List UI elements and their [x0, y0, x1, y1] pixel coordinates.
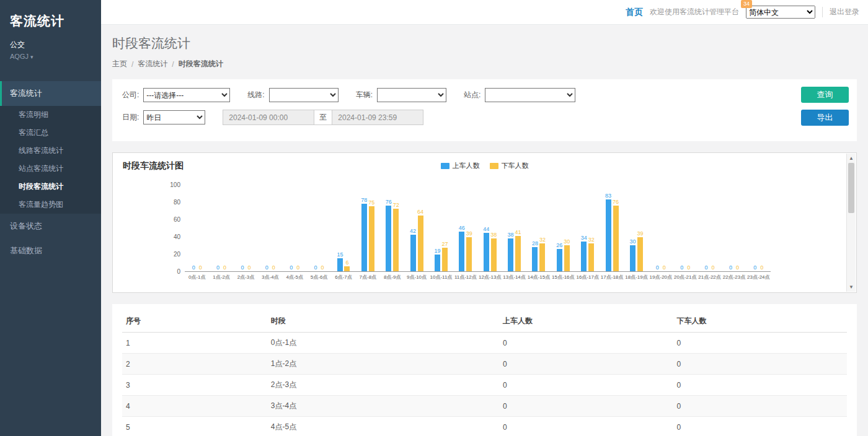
bar-value-label: 0: [314, 264, 317, 271]
bar-value-label: 41: [515, 229, 521, 235]
date-to-input[interactable]: [332, 110, 423, 125]
x-tick-label: 1点-2点: [213, 272, 230, 282]
user-menu[interactable]: AQGJ ▾: [10, 53, 91, 60]
bar-value-label: 76: [613, 199, 619, 205]
bar-value-label: 75: [368, 199, 374, 206]
bar-group: 0019点-20点: [649, 185, 673, 282]
bar-value-label: 46: [459, 225, 465, 231]
table-cell: 4点-5点: [267, 417, 499, 436]
bar-value-label: 0: [753, 264, 756, 271]
scroll-up-icon[interactable]: ▲: [847, 154, 856, 163]
chart-legend: 上车人数下车人数: [113, 161, 856, 170]
sidebar-item[interactable]: 站点客流统计: [0, 160, 101, 178]
logout-link[interactable]: 退出登录: [822, 7, 859, 17]
scrollbar-thumb[interactable]: [848, 163, 854, 213]
sidebar-item[interactable]: 时段客流统计: [0, 178, 101, 196]
top-header: 首页 欢迎使用客流统计管理平台 34 简体中文 退出登录: [101, 0, 868, 25]
table-cell: 2: [122, 354, 267, 375]
x-tick-label: 0点-1点: [188, 272, 206, 282]
bar-group: 443812点-13点: [478, 185, 502, 282]
bar-value-label: 0: [247, 264, 250, 271]
legend-label: 上车人数: [453, 161, 480, 170]
sidebar-item[interactable]: 设备状态: [0, 214, 101, 238]
sidebar-item[interactable]: 客流统计: [0, 81, 101, 106]
bar-value-label: 83: [605, 193, 611, 199]
bar-value-label: 0: [680, 264, 683, 271]
sidebar-item[interactable]: 客流量趋势图: [0, 196, 101, 214]
bar-value-label: 0: [296, 264, 299, 271]
chart-scrollbar[interactable]: ▲ ▼: [846, 154, 856, 292]
bar-value-label: 26: [556, 242, 562, 248]
bar-alighting: [344, 266, 350, 271]
bar-alighting: [637, 237, 643, 271]
table-cell: 0: [499, 354, 673, 375]
line-select[interactable]: [269, 88, 339, 102]
bar-boarding: [459, 232, 464, 271]
main-area: 首页 欢迎使用客流统计管理平台 34 简体中文 退出登录 时段客流统计 主页/客…: [101, 0, 868, 436]
query-button[interactable]: 查询: [801, 87, 849, 103]
date-preset-select[interactable]: 昨日: [143, 110, 205, 124]
content: 公司: ---请选择--- 线路: 车辆: 站点:: [101, 74, 868, 436]
bar-value-label: 0: [687, 264, 690, 271]
bar-boarding: [435, 255, 440, 271]
scroll-down-icon[interactable]: ▼: [847, 282, 856, 292]
breadcrumb-item[interactable]: 客流统计: [138, 59, 167, 69]
language-select[interactable]: 简体中文: [746, 6, 815, 19]
x-tick-label: 12点-13点: [479, 272, 501, 282]
page-heading: 时段客流统计 主页/客流统计/时段客流统计: [101, 25, 868, 74]
org-name: 公交: [10, 40, 91, 50]
bar-value-label: 72: [393, 202, 399, 208]
table-cell: 0: [673, 396, 847, 417]
legend-item[interactable]: 上车人数: [441, 161, 480, 170]
bar-value-label: 28: [532, 240, 538, 246]
bar-boarding: [606, 199, 611, 271]
x-tick-label: 4点-5点: [286, 272, 303, 282]
bar-value-label: 34: [581, 235, 587, 241]
scrollbar-track[interactable]: [847, 163, 856, 282]
table-row: 43点-4点00: [122, 396, 847, 417]
sidebar-item[interactable]: 基础数据: [0, 238, 101, 263]
bar-group: 78757点-8点: [356, 185, 380, 282]
chevron-down-icon: ▾: [30, 54, 33, 60]
legend-item[interactable]: 下车人数: [490, 161, 529, 170]
home-link[interactable]: 首页: [626, 7, 643, 18]
bar-value-label: 30: [629, 238, 636, 245]
sidebar-item[interactable]: 客流汇总: [0, 124, 101, 142]
breadcrumb-item[interactable]: 主页: [112, 59, 127, 69]
bar-value-label: 32: [539, 237, 546, 243]
bar-value-label: 0: [290, 264, 293, 271]
table-row: 32点-3点00: [122, 375, 847, 396]
x-tick-label: 7点-8点: [360, 272, 377, 282]
bar-group: 76728点-9点: [380, 185, 404, 282]
date-from-input[interactable]: [223, 110, 314, 125]
bar-alighting: [588, 243, 594, 271]
bar-group: 263015点-16点: [551, 185, 575, 282]
bar-value-label: 0: [705, 264, 708, 271]
sidebar-menu: 客流统计客流明细客流汇总线路客流统计站点客流统计时段客流统计客流量趋势图设备状态…: [0, 81, 101, 263]
data-table-panel: 序号时段上车人数下车人数 10点-1点0021点-2点0032点-3点0043点…: [112, 304, 857, 436]
sidebar-item[interactable]: 客流明细: [0, 106, 101, 124]
vehicle-select[interactable]: [377, 88, 446, 102]
filter-row-date: 日期: 昨日 至: [122, 110, 789, 125]
legend-swatch-icon: [490, 163, 498, 169]
x-tick-label: 20点-21点: [674, 272, 696, 282]
bar-boarding: [361, 204, 367, 271]
bar-value-label: 0: [729, 264, 732, 271]
bar-value-label: 0: [199, 264, 202, 271]
column-header: 时段: [267, 310, 499, 333]
export-button[interactable]: 导出: [801, 110, 849, 126]
bar-group: 192710点-11点: [429, 185, 453, 282]
x-tick-label: 10点-11点: [430, 272, 453, 282]
bar-alighting: [491, 238, 497, 271]
bar-group: 004点-5点: [283, 185, 307, 282]
station-select[interactable]: [485, 88, 575, 102]
sidebar-item[interactable]: 线路客流统计: [0, 142, 101, 160]
bar-group: 002点-3点: [234, 185, 258, 282]
bar-boarding: [410, 235, 416, 271]
legend-label: 下车人数: [502, 161, 529, 170]
bar-value-label: 0: [272, 264, 275, 271]
company-select[interactable]: ---请选择---: [143, 88, 230, 102]
x-tick-label: 3点-4点: [262, 272, 279, 282]
user-name: AQGJ: [10, 53, 29, 60]
table-cell: 0: [673, 354, 847, 375]
